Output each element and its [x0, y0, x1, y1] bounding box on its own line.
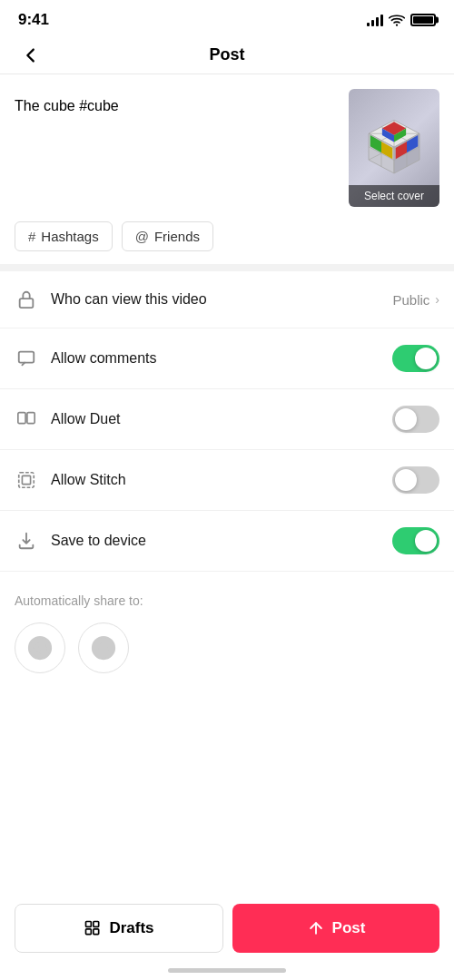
who-can-view-text: Public — [392, 292, 429, 308]
toggle-knob — [395, 469, 417, 491]
signal-icon — [367, 14, 383, 26]
download-icon — [15, 529, 38, 553]
at-icon: @ — [135, 229, 149, 244]
allow-stitch-label: Allow Stitch — [51, 472, 380, 488]
back-button[interactable] — [15, 39, 47, 72]
home-indicator — [168, 968, 286, 973]
setting-allow-duet: Allow Duet — [0, 389, 454, 450]
duet-icon — [15, 407, 38, 431]
cube-image — [362, 116, 426, 180]
drafts-label: Drafts — [109, 919, 153, 937]
hashtag-icon: # — [28, 229, 35, 244]
toggle-knob — [415, 530, 437, 552]
toggle-knob — [395, 408, 417, 430]
drafts-icon — [84, 919, 102, 937]
save-to-device-label: Save to device — [51, 533, 380, 549]
post-label: Post — [332, 919, 366, 937]
who-can-view-label: Who can view this video — [51, 291, 380, 308]
svg-rect-24 — [19, 473, 35, 488]
allow-duet-toggle[interactable] — [392, 406, 439, 433]
save-to-device-toggle[interactable] — [392, 527, 439, 554]
snapchat-share-button[interactable] — [78, 622, 129, 673]
section-divider-1 — [0, 264, 454, 271]
friends-label: Friends — [154, 229, 200, 244]
status-bar: 9:41 — [0, 0, 454, 36]
bottom-actions: Drafts Post — [0, 904, 454, 953]
svg-rect-31 — [94, 929, 99, 935]
svg-rect-21 — [19, 352, 35, 363]
page-title: Post — [209, 45, 244, 64]
allow-stitch-toggle[interactable] — [392, 466, 439, 494]
share-section-label: Automatically share to: — [15, 593, 439, 608]
svg-rect-30 — [94, 922, 99, 927]
page-header: Post — [0, 36, 454, 74]
svg-rect-20 — [20, 299, 34, 308]
caption-text: The cube #cube — [15, 89, 338, 116]
setting-allow-comments: Allow comments — [0, 328, 454, 389]
status-icons — [367, 14, 436, 26]
post-button[interactable]: Post — [232, 904, 439, 953]
svg-rect-25 — [22, 475, 30, 484]
wifi-icon — [389, 14, 405, 26]
settings-list: Who can view this video Public › Allow c… — [0, 271, 454, 572]
setting-who-can-view[interactable]: Who can view this video Public › — [0, 271, 454, 328]
svg-point-26 — [29, 637, 52, 660]
battery-icon — [410, 14, 436, 26]
friends-button[interactable]: @ Friends — [122, 221, 213, 251]
setting-save-to-device: Save to device — [0, 511, 454, 572]
status-time: 9:41 — [18, 11, 49, 29]
hashtags-button[interactable]: # Hashtags — [15, 221, 113, 251]
thumbnail[interactable]: Select cover — [349, 89, 439, 207]
svg-rect-29 — [86, 929, 92, 935]
share-apps — [15, 622, 439, 673]
svg-point-0 — [396, 24, 398, 26]
svg-rect-28 — [86, 922, 92, 927]
hashtags-label: Hashtags — [41, 229, 98, 244]
toggle-knob — [415, 348, 437, 369]
who-can-view-value: Public › — [392, 292, 439, 308]
chevron-right-icon: › — [435, 292, 439, 307]
comment-icon — [15, 347, 38, 370]
drafts-button[interactable]: Drafts — [15, 904, 223, 953]
select-cover-label[interactable]: Select cover — [349, 185, 439, 207]
stitch-icon — [15, 468, 38, 492]
lock-icon — [15, 288, 38, 311]
allow-comments-label: Allow comments — [51, 350, 380, 367]
allow-duet-label: Allow Duet — [51, 411, 380, 427]
whatsapp-icon — [27, 635, 53, 661]
snapchat-icon — [91, 635, 116, 661]
whatsapp-share-button[interactable] — [15, 622, 65, 673]
allow-comments-toggle[interactable] — [392, 345, 439, 372]
svg-rect-22 — [18, 413, 25, 424]
post-icon — [307, 919, 325, 937]
share-section: Automatically share to: — [0, 572, 454, 688]
caption-row: The cube #cube — [15, 89, 439, 207]
setting-allow-stitch: Allow Stitch — [0, 450, 454, 511]
svg-rect-23 — [27, 413, 35, 424]
main-content: The cube #cube — [0, 74, 454, 271]
tag-buttons: # Hashtags @ Friends — [15, 221, 439, 251]
